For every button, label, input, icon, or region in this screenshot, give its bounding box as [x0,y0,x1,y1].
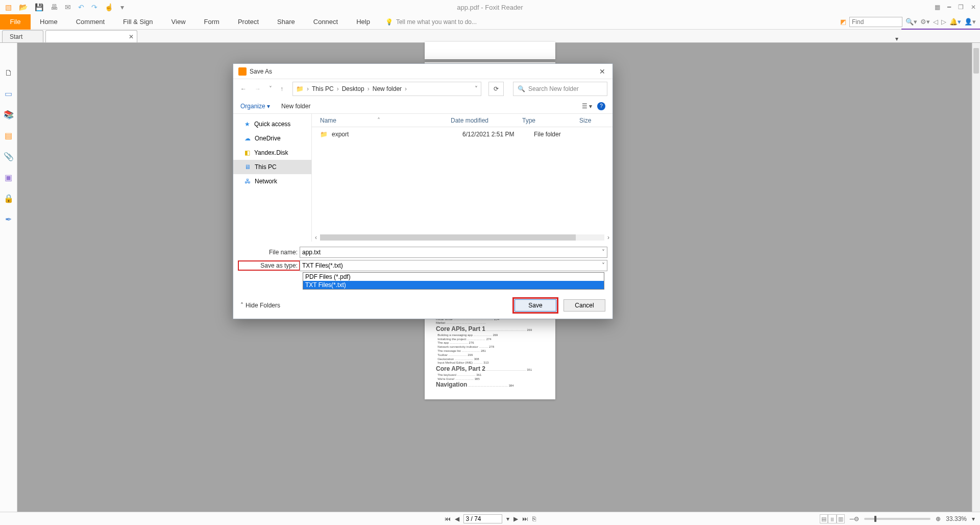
col-size[interactable]: Size [579,117,595,124]
view-options-icon[interactable]: ☰ ▾ [582,103,592,110]
horizontal-scrollbar[interactable]: ‹ › [312,233,612,242]
savetype-option-pdf[interactable]: PDF Files (*.pdf) [303,273,604,281]
scroll-left-icon[interactable]: ‹ [312,234,320,241]
first-page-icon[interactable]: ⏮ [445,515,451,522]
save-button[interactable]: Save [514,299,556,312]
search-placeholder: Search New folder [528,85,579,92]
attachments-icon[interactable]: 📎 [4,152,14,161]
list-item[interactable]: 📁 export 6/12/2021 2:51 PM File folder [312,127,612,141]
zoom-slider[interactable] [864,518,930,520]
last-page-icon[interactable]: ⏭ [522,515,528,522]
breadcrumb-dropdown-icon[interactable]: ˅ [475,85,478,92]
bookmarks-icon[interactable]: 🗋 [5,68,13,78]
vertical-scrollbar[interactable] [972,43,980,512]
close-icon[interactable]: ✕ [971,4,976,11]
zoom-dropdown-icon[interactable]: ▾ [972,515,975,522]
page-input[interactable] [463,514,502,523]
minimize-icon[interactable]: ━ [947,4,951,11]
page-dropdown-icon[interactable]: ▾ [506,515,509,522]
menu-protect[interactable]: Protect [229,14,268,30]
nav-thispc[interactable]: 🖥This PC [233,160,311,174]
chevron-right-icon[interactable]: › [405,85,407,92]
scroll-right-icon[interactable]: › [604,234,612,241]
breadcrumb-newfolder[interactable]: New folder [373,85,402,92]
menu-connect[interactable]: Connect [304,14,347,30]
savetype-select[interactable]: TXT Files(*.txt) ˅ [300,260,607,271]
col-type[interactable]: Type [522,117,579,124]
nav-onedrive[interactable]: ☁OneDrive [233,131,311,146]
file-tab[interactable]: File [0,14,31,30]
menu-comment[interactable]: Comment [67,14,114,30]
chevron-down-icon[interactable]: ˅ [602,262,605,269]
organize-menu[interactable]: Organize ▾ [240,103,270,110]
bell-icon[interactable]: 🔔▾ [949,18,961,26]
hand-icon[interactable]: ☝ [105,3,113,11]
menu-form[interactable]: Form [195,14,229,30]
dialog-title: Save As [250,68,272,75]
find-options-icon[interactable]: 🔍▾ [905,18,917,26]
nav-recent-icon[interactable]: ˅ [267,84,274,93]
dialog-close-icon[interactable]: ✕ [597,67,607,76]
menu-view[interactable]: View [162,14,195,30]
nav-network[interactable]: 🖧Network [233,174,311,188]
menu-fillsign[interactable]: Fill & Sign [114,14,162,30]
breadcrumb-thispc[interactable]: This PC [312,85,334,92]
qat-dropdown-icon[interactable]: ▾ [120,3,124,11]
chevron-right-icon[interactable]: › [307,85,309,92]
new-folder-button[interactable]: New folder [281,103,310,110]
next-page-icon[interactable]: ▶ [513,515,518,522]
find-input[interactable] [849,17,902,27]
chevron-down-icon[interactable]: ˅ [602,249,605,256]
email-icon[interactable]: ✉ [65,3,71,11]
save-icon[interactable]: 💾 [35,3,43,11]
security-icon[interactable]: 🔒 [4,194,14,203]
prev-find-icon[interactable]: ◁ [933,18,938,26]
folder-search-input[interactable]: 🔍 Search New folder [513,82,607,96]
chevron-right-icon[interactable]: › [368,85,370,92]
open-icon[interactable]: 📂 [19,3,28,11]
tab-start[interactable]: Start [2,30,43,42]
breadcrumb[interactable]: 📁 › This PC › Desktop › New folder › ˅ [292,82,481,96]
filename-input[interactable]: app.txt ˅ [300,247,607,258]
goto-icon[interactable]: ⎘ [532,515,536,522]
savetype-option-txt[interactable]: TXT Files(*.txt) [303,281,604,289]
pages-icon[interactable]: ▭ [5,89,12,99]
fields-icon[interactable]: ▣ [5,173,12,182]
undo-icon[interactable]: ↶ [78,3,84,11]
highlight-icon[interactable]: ◩ [840,18,846,26]
restore-icon[interactable]: ❐ [958,4,964,11]
nav-back-icon[interactable]: ← [238,84,249,93]
menu-share[interactable]: Share [268,14,304,30]
new-icon[interactable]: ▧ [5,3,12,11]
signatures-icon[interactable]: ✒ [5,214,12,224]
menu-help[interactable]: Help [347,14,379,30]
tellme-search[interactable]: 💡 Tell me what you want to do... [385,18,477,26]
help-icon[interactable]: ? [597,102,605,110]
tab-document[interactable]: ✕ [45,30,137,42]
cancel-button[interactable]: Cancel [564,299,605,312]
tabs-overflow-icon[interactable]: ▾ [895,35,898,42]
comments-icon[interactable]: ▤ [5,131,12,140]
nav-quickaccess[interactable]: ★Quick access [233,117,311,131]
user-icon[interactable]: 👤▾ [964,18,976,26]
nav-up-icon[interactable]: ↑ [278,84,285,93]
zoom-in-icon[interactable]: ⊕ [936,515,941,522]
view-modes[interactable]: ▤⫼▥ [820,515,845,522]
ribbon-mode-icon[interactable]: ▦ [935,4,940,11]
col-date[interactable]: Date modified [451,117,522,124]
tab-close-icon[interactable]: ✕ [129,33,134,40]
col-name[interactable]: Name˄ [320,117,451,124]
prev-page-icon[interactable]: ◀ [455,515,459,522]
hide-folders-toggle[interactable]: ˄ Hide Folders [240,302,280,309]
chevron-right-icon[interactable]: › [337,85,339,92]
menu-home[interactable]: Home [31,14,67,30]
print-icon[interactable]: 🖶 [51,3,58,11]
nav-yandex[interactable]: ◧Yandex.Disk [233,146,311,160]
next-find-icon[interactable]: ▷ [941,18,946,26]
breadcrumb-desktop[interactable]: Desktop [342,85,364,92]
zoom-out-icon[interactable]: ─⊖ [850,515,860,522]
gear-icon[interactable]: ⚙▾ [920,18,930,26]
layers-icon[interactable]: 📚 [4,110,14,120]
redo-icon[interactable]: ↷ [91,3,97,11]
refresh-icon[interactable]: ⟳ [488,82,504,96]
